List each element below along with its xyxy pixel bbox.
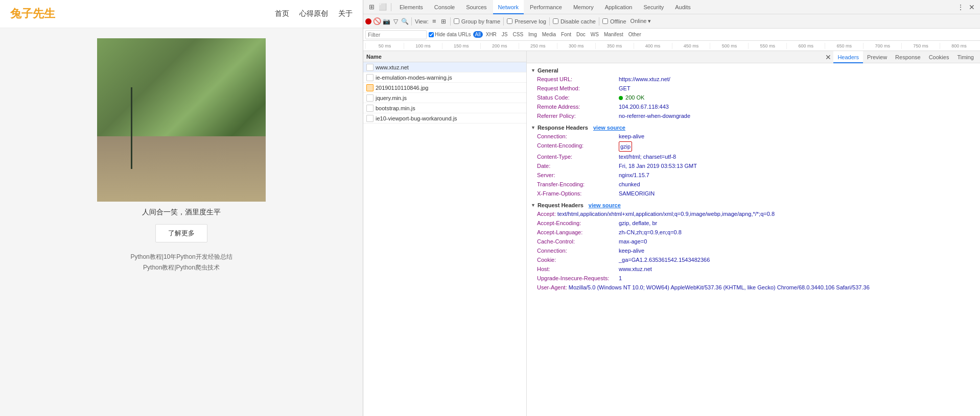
list-item[interactable]: www.xtuz.net	[363, 62, 526, 72]
date-row: Date: Fri, 18 Jan 2019 03:53:13 GMT	[531, 161, 976, 170]
network-main-panel: Name www.xtuz.net ie-emulation-modes-war…	[363, 51, 980, 416]
online-text[interactable]: Online ▾	[631, 18, 651, 25]
cache-control-key: Cache-Control:	[537, 237, 619, 246]
upgrade-insecure-row: Upgrade-Insecure-Requests: 1	[531, 274, 976, 283]
filter-type-css[interactable]: CSS	[511, 31, 526, 38]
filter-type-all[interactable]: All	[473, 31, 483, 38]
group-by-frame-checkbox[interactable]	[454, 18, 459, 24]
disable-cache-checkbox[interactable]	[553, 18, 558, 24]
tick-550: 550 ms	[748, 43, 786, 49]
filter-button[interactable]: ▽	[392, 18, 399, 25]
detail-tab-preview[interactable]: Preview	[863, 51, 891, 63]
detail-tab-cookies[interactable]: Cookies	[925, 51, 953, 63]
general-section-header[interactable]: ▼ General	[531, 65, 976, 75]
list-item[interactable]: ie-emulation-modes-warning.js	[363, 72, 526, 83]
detail-tab-timing[interactable]: Timing	[953, 51, 978, 63]
filter-bar: Hide data URLs All XHR JS CSS Img Media …	[363, 29, 980, 41]
grid-view-icon[interactable]: ⊞	[440, 18, 447, 25]
user-agent-key: User-Agent:	[537, 284, 567, 290]
name-column-header: Name	[363, 51, 526, 62]
tab-audits[interactable]: Audits	[670, 0, 696, 14]
record-button[interactable]	[365, 18, 371, 25]
transfer-encoding-val: chunked	[619, 180, 640, 188]
toolbar-separator-1	[391, 3, 391, 11]
file-icon-js-1	[366, 74, 374, 81]
response-headers-view-source[interactable]: view source	[593, 125, 625, 131]
webpage-logo: 兔子先生	[10, 6, 55, 21]
file-name-1: www.xtuz.net	[376, 64, 409, 70]
request-headers-view-source[interactable]: view source	[589, 202, 621, 208]
tab-network[interactable]: Network	[493, 0, 524, 14]
referrer-policy-row: Referrer Policy: no-referrer-when-downgr…	[531, 111, 976, 120]
filter-type-doc[interactable]: Doc	[574, 31, 588, 38]
learn-more-button[interactable]: 了解更多	[155, 224, 207, 242]
view-label: View:	[415, 18, 429, 25]
offline-checkbox[interactable]	[602, 18, 608, 24]
hide-data-urls-text: Hide data URLs	[435, 32, 471, 37]
search-button[interactable]: 🔍	[401, 18, 408, 25]
devtools-dock-icon[interactable]: ⬜	[379, 3, 387, 11]
list-item[interactable]: 20190110110846.jpg	[363, 83, 526, 93]
webpage-link-2[interactable]: Python教程|Python爬虫技术	[143, 263, 220, 272]
remote-address-row: Remote Address: 104.200.67.118:443	[531, 102, 976, 111]
xframe-options-val: SAMEORIGIN	[619, 189, 655, 198]
tab-console[interactable]: Console	[429, 0, 460, 14]
status-green-dot	[619, 96, 623, 100]
tab-security[interactable]: Security	[638, 0, 669, 14]
tab-elements[interactable]: Elements	[394, 0, 428, 14]
detail-tab-headers[interactable]: Headers	[833, 51, 863, 63]
nav-about[interactable]: 关于	[338, 9, 353, 18]
list-item[interactable]: bootstrap.min.js	[363, 103, 526, 113]
accept-language-key: Accept-Language:	[537, 228, 619, 236]
host-key: Host:	[537, 265, 619, 273]
filter-type-manifest[interactable]: Manifest	[602, 31, 625, 38]
close-devtools-icon[interactable]: ✕	[968, 3, 976, 11]
nav-original[interactable]: 心得原创	[299, 9, 328, 18]
accept-language-val: zh-CN,zh;q=0.9,en;q=0.8	[619, 228, 682, 236]
content-type-row: Content-Type: text/html; charset=utf-8	[531, 152, 976, 161]
disable-cache-text: Disable cache	[561, 18, 596, 25]
hide-data-urls-checkbox[interactable]	[429, 32, 434, 37]
filter-type-media[interactable]: Media	[540, 31, 558, 38]
tab-application[interactable]: Application	[600, 0, 638, 14]
tab-performance[interactable]: Performance	[525, 0, 567, 14]
filter-type-ws[interactable]: WS	[589, 31, 601, 38]
filter-type-xhr[interactable]: XHR	[484, 31, 499, 38]
list-view-icon[interactable]: ≡	[431, 18, 438, 25]
more-tools-icon[interactable]: ⋮	[956, 3, 965, 11]
tick-400: 400 ms	[634, 43, 672, 49]
network-name-list: Name www.xtuz.net ie-emulation-modes-war…	[363, 51, 527, 416]
filter-type-img[interactable]: Img	[526, 31, 539, 38]
filter-input[interactable]	[365, 30, 427, 39]
list-item[interactable]: ie10-viewport-bug-workaround.js	[363, 113, 526, 124]
filter-types: All XHR JS CSS Img Media Font Doc WS Man…	[473, 31, 643, 38]
webpage-link-1[interactable]: Python教程|10年Python开发经验总结	[130, 253, 232, 261]
server-key: Server:	[537, 171, 619, 179]
tab-memory[interactable]: Memory	[568, 0, 599, 14]
general-triangle-icon: ▼	[531, 68, 535, 73]
request-url-row: Request URL: https://www.xtuz.net/	[531, 75, 976, 84]
devtools-toggle-icon[interactable]: ⊞	[367, 3, 376, 11]
timeline-ticks: 50 ms 100 ms 150 ms 200 ms 250 ms 300 ms…	[365, 43, 978, 49]
preserve-log-checkbox[interactable]	[507, 18, 512, 24]
detail-tab-response[interactable]: Response	[891, 51, 925, 63]
status-code-key: Status Code:	[537, 93, 619, 102]
tick-300: 300 ms	[557, 43, 595, 49]
request-headers-section-header[interactable]: ▼ Request Headers view source	[531, 200, 976, 209]
stop-recording-button[interactable]: 🚫	[374, 18, 381, 25]
camera-icon[interactable]: 📷	[383, 18, 390, 25]
response-headers-section-header[interactable]: ▼ Response Headers view source	[531, 123, 976, 132]
timeline-bar: 50 ms 100 ms 150 ms 200 ms 250 ms 300 ms…	[363, 41, 980, 51]
remote-address-key: Remote Address:	[537, 103, 619, 111]
filter-type-other[interactable]: Other	[626, 31, 643, 38]
list-item[interactable]: jquery.min.js	[363, 93, 526, 103]
nav-home[interactable]: 首页	[275, 9, 289, 18]
tab-sources[interactable]: Sources	[461, 0, 492, 14]
file-name-5: bootstrap.min.js	[376, 105, 415, 111]
filter-type-js[interactable]: JS	[500, 31, 510, 38]
network-toolbar: 🚫 📷 ▽ 🔍 View: ≡ ⊞ Group by frame Preserv…	[363, 14, 980, 29]
filter-type-font[interactable]: Font	[559, 31, 573, 38]
file-name-2: ie-emulation-modes-warning.js	[376, 75, 452, 81]
accept-encoding-val: gzip, deflate, br	[619, 219, 657, 227]
close-detail-button[interactable]: ✕	[823, 53, 833, 61]
